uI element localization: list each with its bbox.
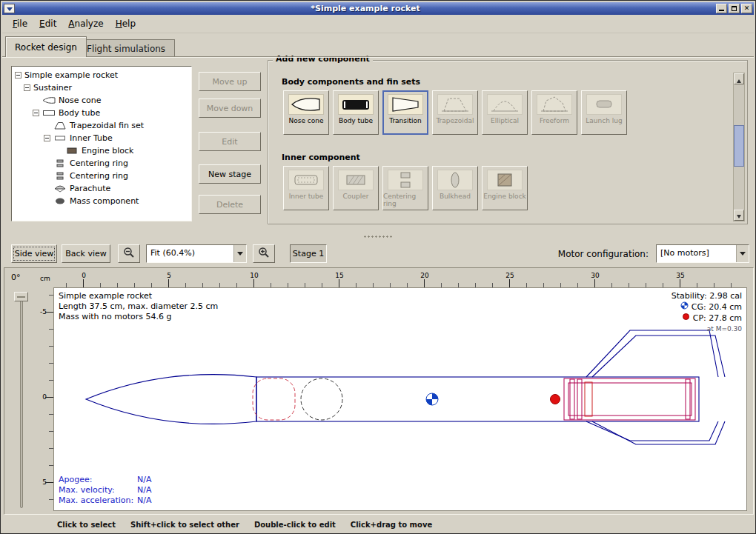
component-button-body-tube[interactable]: Body tube [333,90,379,135]
motor-configuration-value: [No motors] [657,245,736,262]
component-button-bulkhead[interactable]: Bulkhead [432,166,478,210]
cg-symbol [426,393,438,405]
tree-item-parachute[interactable]: Parachute [12,182,191,195]
group-title: Add new component [273,54,373,64]
inner-component-label: Inner component [282,153,360,162]
back-view-button[interactable]: Back view [62,244,110,263]
close-icon[interactable] [741,4,752,13]
add-new-component-group: Add new component Body components and fi… [268,60,748,224]
minimize-icon[interactable] [716,4,727,13]
zoom-in-icon [258,247,270,261]
tree-item-centering-ring-2[interactable]: Centering ring [12,170,191,182]
splitter-handle[interactable] [2,232,754,241]
new-stage-button[interactable]: New stage [199,164,261,184]
launch-lug-icon [586,94,622,115]
collapse-icon[interactable] [44,135,50,141]
zoom-level-combo[interactable]: Fit (60.4%) [146,244,247,263]
edit-button[interactable]: Edit [199,132,261,151]
zoom-in-button[interactable] [253,244,275,263]
zoom-out-icon [123,247,135,261]
stability-legend: Stability: 2.98 cal CG: 20.4 cm CP: 27.8… [672,291,742,334]
component-button-inner-tube[interactable]: Inner tube [283,166,329,210]
rocket-info-block: Simple example rocket Length 37.5 cm, ma… [59,291,218,322]
stage-1-toggle[interactable]: Stage 1 [290,244,327,263]
transition-icon [388,94,423,115]
coupler-icon [338,170,374,190]
component-scrollbar[interactable] [733,73,745,221]
view-toolbar: Side view Back view Fit (60.4%) Stage 1 … [2,244,754,266]
motor-configuration-label: Motor configuration: [558,249,649,259]
chevron-down-icon[interactable] [736,245,749,262]
cg-legend-icon [680,301,689,313]
hint-click-drag: Click+drag to move [351,521,432,529]
rocket-canvas[interactable]: Simple example rocket Length 37.5 cm, ma… [53,287,747,511]
tree-item-inner-tube[interactable]: Inner Tube [12,132,191,144]
scroll-up-icon[interactable] [734,73,744,84]
menu-analyze[interactable]: Analyze [62,16,109,31]
centering-ring-icon [388,170,423,190]
max-velocity-label: Max. velocity: [59,485,137,495]
component-button-transition[interactable]: Transition [382,90,428,135]
ruler-unit-label: cm [40,275,50,282]
rotation-slider[interactable] [20,293,23,508]
component-button-nose-cone[interactable]: Nose cone [283,90,329,135]
scrollbar-thumb[interactable] [734,125,744,167]
menu-help[interactable]: Help [110,16,142,31]
cg-value: CG: 20.4 cm [692,302,742,313]
status-bar: Click to select Shift+click to select ot… [4,518,752,531]
freeform-fin-icon [537,94,572,115]
delete-button[interactable]: Delete [199,195,261,214]
collapse-icon[interactable] [24,84,30,91]
component-button-centering-ring[interactable]: Centering ring [382,166,428,210]
tree-item-sustainer[interactable]: Sustainer [12,81,191,94]
centering-ring-icon [53,159,67,167]
component-button-engine-block[interactable]: Engine block [482,166,528,210]
tab-flight-simulations[interactable]: Flight simulations [77,39,175,57]
max-velocity-value: N/A [137,485,151,495]
move-down-button[interactable]: Move down [199,99,261,118]
rocket-mass: Mass with no motors 54.6 g [59,312,218,322]
stability-value: Stability: 2.98 cal [672,291,742,301]
menu-file[interactable]: File [7,16,33,31]
window-menu-icon[interactable] [4,4,15,13]
move-up-button[interactable]: Move up [199,72,261,91]
hint-click-select: Click to select [57,521,116,529]
rotation-angle-label: 0° [11,273,21,282]
component-button-coupler[interactable]: Coupler [333,166,379,210]
app-window: *Simple example rocket File Edit Analyze… [0,0,756,534]
zoom-out-button[interactable] [118,244,140,263]
body-tube-icon [42,109,56,117]
maximize-icon[interactable] [729,4,740,13]
tree-item-mass-component[interactable]: Mass component [12,195,191,207]
tree-item-trapezoidal-fin-set[interactable]: Trapezoidal fin set [12,119,191,132]
side-view-button[interactable]: Side view [11,244,57,263]
mach-note: at M=0.30 [707,324,742,334]
component-tree[interactable]: Simple example rocket Sustainer Nose con… [11,66,192,221]
component-button-launch-lug[interactable]: Launch lug [581,90,627,135]
title-bar[interactable]: *Simple example rocket [2,2,754,15]
collapse-icon[interactable] [15,72,21,79]
collapse-icon[interactable] [33,110,39,116]
tree-item-rocket[interactable]: Simple example rocket [12,69,191,81]
component-button-freeform-fin[interactable]: Freeform [531,90,577,135]
chevron-down-icon[interactable] [233,245,246,262]
rotation-slider-thumb[interactable] [14,292,28,301]
panel-top-edge [2,56,754,58]
motor-configuration-combo[interactable]: [No motors] [656,244,749,263]
component-button-trapezoidal-fin[interactable]: Trapezoidal [432,90,478,135]
apogee-label: Apogee: [59,475,137,485]
tree-item-centering-ring-1[interactable]: Centering ring [12,157,191,170]
menu-edit[interactable]: Edit [33,16,62,31]
nose-cone-icon [288,94,324,115]
elliptical-fin-icon [487,94,523,115]
component-button-elliptical-fin[interactable]: Elliptical [482,90,528,135]
flight-data-block: Apogee:N/A Max. velocity:N/A Max. accele… [59,475,151,506]
tree-item-nose-cone[interactable]: Nose cone [12,94,191,107]
window-title: *Simple example rocket [15,4,716,13]
tree-item-body-tube[interactable]: Body tube [12,107,191,119]
hint-double-click: Double-click to edit [254,521,336,529]
scroll-down-icon[interactable] [734,210,744,221]
engine-block-icon [65,147,79,155]
tree-item-engine-block[interactable]: Engine block [12,144,191,157]
tab-rocket-design[interactable]: Rocket design [5,36,87,57]
